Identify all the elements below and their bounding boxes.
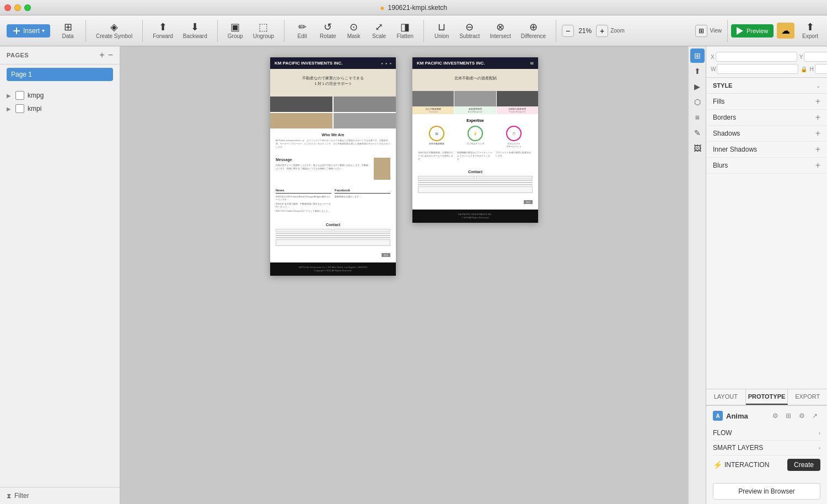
ab-header-2: KM PACIFIC INVESTMENTS INC. ☎ [412,57,538,69]
anima-gear-icon[interactable]: ⚙ [796,410,807,421]
anima-share-icon[interactable]: ↗ [809,410,820,421]
forward-button[interactable]: ⬆ Forward [148,20,178,41]
create-symbol-button[interactable]: ◈ Create Symbol [92,20,137,41]
inner-shadows-add-icon[interactable]: + [815,145,820,154]
view-button[interactable]: ⊞ [695,25,707,37]
ab-circles-2: 🏢 対外不動産事業 💡 コンサルティング 📋 プロジェクトマネージメント [418,126,533,148]
h-input[interactable] [815,64,827,74]
ab-news-1: News 2019.10.5 CFP Forbes Brand Chicago … [270,184,396,218]
list-icon[interactable]: ≡ [690,110,705,125]
image-icon-right[interactable]: 🖼 [690,141,705,156]
y-input[interactable] [804,52,827,62]
layer-item-kmpi[interactable]: ▶ kmpi [0,102,120,115]
group-button[interactable]: ▣ Group [223,20,248,41]
lock-icon[interactable]: 🔒 [801,66,807,72]
left-sidebar: PAGES + − Page 1 ▶ kmpg ▶ kmpi ⧗ [0,46,120,504]
ab-contact-1: Contact 送信 [270,218,396,262]
close-button[interactable] [4,4,11,11]
borders-add-icon[interactable]: + [815,113,820,122]
maximize-button[interactable] [24,4,31,11]
backward-button[interactable]: ⬇ Backward [179,20,212,41]
filter-bar[interactable]: ⧗ Filter [0,487,120,504]
canvas-area[interactable]: KM PACIFIC INVESTMENTS INC. ● ● ● 不動産なので… [120,46,688,504]
inspector-panel-icon[interactable]: ⊞ [690,49,705,63]
inner-shadows-row[interactable]: Inner Shadows + [706,142,827,158]
export-button[interactable]: ⬆ Export [798,20,823,41]
play-icon-right[interactable]: ▶ [690,79,705,94]
blurs-row[interactable]: Blurs + [706,158,827,174]
anima-smart-row[interactable]: SMART LAYERS › [713,441,820,455]
ungroup-button[interactable]: ⬚ Ungroup [249,20,278,41]
ab-img-1 [270,96,332,112]
shadows-row[interactable]: Shadows + [706,126,827,142]
page-item-1[interactable]: Page 1 [7,68,113,81]
w-input[interactable] [717,64,798,74]
cloud-button[interactable]: ☁ [777,23,794,39]
export-icon: ⬆ [806,22,814,32]
style-header[interactable]: STYLE ⌄ [706,78,827,94]
anima-smart-chevron-icon: › [819,445,820,451]
ab-input2-address [418,184,533,185]
data-button[interactable]: ⊞ Data [56,20,80,41]
layer-name-kmpi: kmpi [28,105,41,112]
tab-layout[interactable]: LAYOUT [706,389,746,405]
inspector-coords: X Y W 🔒 H [706,46,827,78]
borders-row[interactable]: Borders + [706,110,827,126]
create-interaction-button[interactable]: Create [787,459,820,471]
minimize-button[interactable] [14,4,21,11]
flatten-button[interactable]: ◨ Flatten [393,20,418,41]
difference-button[interactable]: ⊕ Difference [517,20,550,41]
preview-in-browser-button[interactable]: Preview in Browser [713,483,820,500]
ab-hero-title-2: 北米不動産への資産配賦 [418,76,533,81]
fills-row[interactable]: Fills + [706,94,827,110]
shadows-add-icon[interactable]: + [815,129,820,138]
expand-icon-2: ▶ [7,106,12,112]
rotate-button[interactable]: ↺ Rotate [315,20,340,41]
subtract-button[interactable]: ⊖ Subtract [455,20,484,41]
mask-button[interactable]: ⊙ Mask [342,20,366,41]
upload-icon[interactable]: ⬆ [690,64,705,78]
ab-footer-1: KM Pacific Investments Inc. | 100 Main S… [270,262,396,276]
coord-w: W [711,64,798,74]
ab-exp-text-3: プロジェクト全体の管理と監督を行います。 [496,151,533,161]
ab-exp-text-1: 北米の法人不動産投資…お客様のニーズに合わせたサービスを提供します。 [418,151,455,161]
zoom-out-button[interactable]: − [562,25,574,37]
intersect-button[interactable]: ⊗ Intersect [485,20,515,41]
artboard-left[interactable]: KM PACIFIC INVESTMENTS INC. ● ● ● 不動産なので… [270,57,396,276]
bottom-tabs: LAYOUT PROTOTYPE EXPORT [706,389,827,405]
zoom-value: 21% [576,27,594,35]
insert-button[interactable]: Insert ▾ [7,24,50,37]
ab-img-3 [270,113,332,128]
tab-prototype[interactable]: PROTOTYPE [746,389,788,405]
preview-label: Preview [747,28,768,34]
ab-footer-text-2: KM PACIFIC INVESTMENTS INC. © 2019 All R… [417,213,534,219]
style-chevron-icon: ⌄ [816,83,820,89]
anima-flow-row[interactable]: FLOW › [713,426,820,441]
union-button[interactable]: ⊔ Union [429,20,454,41]
ab-label-2: 資産運用管理Asset Management [454,106,496,114]
scale-button[interactable]: ⤢ Scale [367,20,391,41]
edit-button[interactable]: ✏ Edit [290,20,314,41]
zoom-in-button[interactable]: + [596,25,608,37]
style-section: STYLE ⌄ Fills + Borders + Shadows + Inne… [706,78,827,389]
add-page-button[interactable]: + [99,51,104,60]
x-input[interactable] [716,52,797,62]
edit-icon-right[interactable]: ✎ [690,126,705,140]
collapse-pages-button[interactable]: − [108,51,113,60]
artboard-right[interactable]: KM PACIFIC INVESTMENTS INC. ☎ 北米不動産への資産配… [412,57,538,223]
layer-item-kmpg[interactable]: ▶ kmpg [0,89,120,102]
anima-settings-icon[interactable]: ⚙ [770,410,781,421]
tab-export[interactable]: EXPORT [788,389,827,405]
anima-layout-icon[interactable]: ⊞ [783,410,794,421]
coord-h: H [809,64,827,74]
preview-play-button[interactable]: Preview [731,24,774,37]
ab-input-email [334,229,390,232]
ab-input-address [276,237,390,238]
ab-contact-title-2: Contact [418,170,533,174]
forward-icon: ⬆ [159,22,167,32]
ungroup-icon: ⬚ [259,22,268,32]
fills-add-icon[interactable]: + [815,97,820,106]
ab-exp-text-2: 投資戦略の策定からファイナンシャルプランニングまでサポートします。 [457,151,494,161]
blurs-add-icon[interactable]: + [815,161,820,170]
component-icon[interactable]: ⬡ [690,95,705,109]
